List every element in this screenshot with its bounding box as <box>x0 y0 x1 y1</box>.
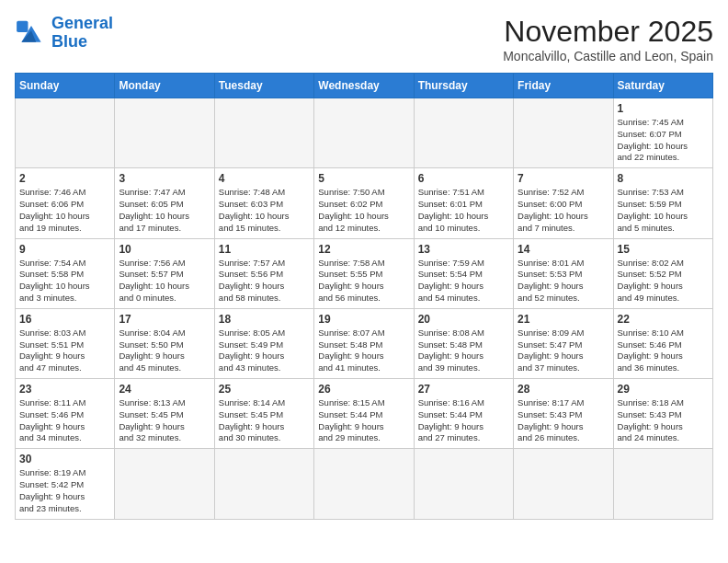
calendar-cell <box>414 449 513 519</box>
day-number: 16 <box>19 313 110 326</box>
calendar-cell: 24Sunrise: 8:13 AM Sunset: 5:45 PM Dayli… <box>115 379 214 449</box>
day-info: Sunrise: 8:17 AM Sunset: 5:43 PM Dayligh… <box>518 397 609 444</box>
calendar-cell: 8Sunrise: 7:53 AM Sunset: 5:59 PM Daylig… <box>613 168 712 238</box>
day-info: Sunrise: 7:56 AM Sunset: 5:57 PM Dayligh… <box>119 258 210 304</box>
calendar-cell: 6Sunrise: 7:51 AM Sunset: 6:01 PM Daylig… <box>414 168 513 238</box>
calendar-cell: 25Sunrise: 8:14 AM Sunset: 5:45 PM Dayli… <box>214 379 313 449</box>
calendar-cell: 28Sunrise: 8:17 AM Sunset: 5:43 PM Dayli… <box>514 379 613 449</box>
day-number: 17 <box>119 313 210 326</box>
calendar-cell: 27Sunrise: 8:16 AM Sunset: 5:44 PM Dayli… <box>414 379 513 449</box>
calendar-cell: 30Sunrise: 8:19 AM Sunset: 5:42 PM Dayli… <box>16 449 115 519</box>
day-number: 15 <box>618 243 709 256</box>
day-of-week-header: Sunday <box>16 74 115 98</box>
calendar-cell: 10Sunrise: 7:56 AM Sunset: 5:57 PM Dayli… <box>115 238 214 308</box>
day-number: 25 <box>219 383 310 396</box>
day-number: 10 <box>119 243 210 256</box>
day-of-week-header: Thursday <box>414 74 513 98</box>
calendar-cell: 23Sunrise: 8:11 AM Sunset: 5:46 PM Dayli… <box>16 379 115 449</box>
day-info: Sunrise: 8:04 AM Sunset: 5:50 PM Dayligh… <box>119 327 210 374</box>
day-of-week-header: Tuesday <box>214 74 313 98</box>
month-title: November 2025 <box>503 15 713 49</box>
day-number: 2 <box>19 172 110 185</box>
day-info: Sunrise: 8:02 AM Sunset: 5:52 PM Dayligh… <box>618 258 709 304</box>
calendar-cell: 15Sunrise: 8:02 AM Sunset: 5:52 PM Dayli… <box>613 238 712 308</box>
calendar-week-row: 9Sunrise: 7:54 AM Sunset: 5:58 PM Daylig… <box>16 238 713 308</box>
calendar-cell <box>214 98 313 168</box>
day-info: Sunrise: 8:15 AM Sunset: 5:44 PM Dayligh… <box>318 397 409 444</box>
calendar-cell: 2Sunrise: 7:46 AM Sunset: 6:06 PM Daylig… <box>16 168 115 238</box>
calendar: SundayMondayTuesdayWednesdayThursdayFrid… <box>15 73 713 520</box>
day-info: Sunrise: 7:57 AM Sunset: 5:56 PM Dayligh… <box>219 258 310 304</box>
day-info: Sunrise: 8:09 AM Sunset: 5:47 PM Dayligh… <box>518 327 609 374</box>
svg-rect-3 <box>17 21 28 32</box>
day-number: 27 <box>418 383 509 396</box>
calendar-header-row: SundayMondayTuesdayWednesdayThursdayFrid… <box>16 74 713 98</box>
day-info: Sunrise: 7:59 AM Sunset: 5:54 PM Dayligh… <box>418 258 509 304</box>
calendar-cell: 11Sunrise: 7:57 AM Sunset: 5:56 PM Dayli… <box>214 238 313 308</box>
logo-general: General <box>51 14 113 32</box>
logo: General Blue <box>15 15 113 52</box>
calendar-cell <box>214 449 313 519</box>
day-number: 7 <box>518 172 609 185</box>
day-info: Sunrise: 7:47 AM Sunset: 6:05 PM Dayligh… <box>119 187 210 234</box>
calendar-cell: 29Sunrise: 8:18 AM Sunset: 5:43 PM Dayli… <box>613 379 712 449</box>
calendar-cell <box>115 98 214 168</box>
day-number: 8 <box>618 172 709 185</box>
calendar-week-row: 30Sunrise: 8:19 AM Sunset: 5:42 PM Dayli… <box>16 449 713 519</box>
day-info: Sunrise: 7:58 AM Sunset: 5:55 PM Dayligh… <box>318 258 409 304</box>
calendar-week-row: 23Sunrise: 8:11 AM Sunset: 5:46 PM Dayli… <box>16 379 713 449</box>
day-info: Sunrise: 8:08 AM Sunset: 5:48 PM Dayligh… <box>418 327 509 374</box>
day-number: 24 <box>119 383 210 396</box>
calendar-week-row: 1Sunrise: 7:45 AM Sunset: 6:07 PM Daylig… <box>16 98 713 168</box>
subtitle: Moncalvillo, Castille and Leon, Spain <box>503 49 713 63</box>
calendar-cell: 5Sunrise: 7:50 AM Sunset: 6:02 PM Daylig… <box>314 168 414 238</box>
day-number: 26 <box>318 383 409 396</box>
calendar-cell: 7Sunrise: 7:52 AM Sunset: 6:00 PM Daylig… <box>514 168 613 238</box>
day-info: Sunrise: 8:11 AM Sunset: 5:46 PM Dayligh… <box>19 397 110 444</box>
day-info: Sunrise: 8:10 AM Sunset: 5:46 PM Dayligh… <box>618 327 709 374</box>
day-info: Sunrise: 7:52 AM Sunset: 6:00 PM Dayligh… <box>518 187 609 234</box>
day-number: 21 <box>518 313 609 326</box>
calendar-cell: 19Sunrise: 8:07 AM Sunset: 5:48 PM Dayli… <box>314 308 414 378</box>
calendar-cell <box>16 98 115 168</box>
calendar-cell: 3Sunrise: 7:47 AM Sunset: 6:05 PM Daylig… <box>115 168 214 238</box>
day-info: Sunrise: 8:05 AM Sunset: 5:49 PM Dayligh… <box>219 327 310 374</box>
day-info: Sunrise: 7:51 AM Sunset: 6:01 PM Dayligh… <box>418 187 509 234</box>
day-number: 22 <box>618 313 709 326</box>
calendar-cell: 1Sunrise: 7:45 AM Sunset: 6:07 PM Daylig… <box>613 98 712 168</box>
day-number: 19 <box>318 313 409 326</box>
day-of-week-header: Wednesday <box>314 74 414 98</box>
calendar-cell: 18Sunrise: 8:05 AM Sunset: 5:49 PM Dayli… <box>214 308 313 378</box>
calendar-cell <box>414 98 513 168</box>
day-number: 29 <box>618 383 709 396</box>
day-number: 20 <box>418 313 509 326</box>
calendar-cell: 17Sunrise: 8:04 AM Sunset: 5:50 PM Dayli… <box>115 308 214 378</box>
calendar-cell: 12Sunrise: 7:58 AM Sunset: 5:55 PM Dayli… <box>314 238 414 308</box>
logo-text: General Blue <box>51 15 113 52</box>
day-of-week-header: Saturday <box>613 74 712 98</box>
day-number: 11 <box>219 243 310 256</box>
calendar-cell <box>115 449 214 519</box>
calendar-cell <box>314 449 414 519</box>
day-info: Sunrise: 8:03 AM Sunset: 5:51 PM Dayligh… <box>19 327 110 374</box>
day-number: 23 <box>19 383 110 396</box>
day-number: 14 <box>518 243 609 256</box>
calendar-cell: 13Sunrise: 7:59 AM Sunset: 5:54 PM Dayli… <box>414 238 513 308</box>
day-info: Sunrise: 7:54 AM Sunset: 5:58 PM Dayligh… <box>19 258 110 304</box>
day-info: Sunrise: 7:48 AM Sunset: 6:03 PM Dayligh… <box>219 187 310 234</box>
day-number: 30 <box>19 453 110 465</box>
day-number: 5 <box>318 172 409 185</box>
day-info: Sunrise: 8:18 AM Sunset: 5:43 PM Dayligh… <box>618 397 709 444</box>
calendar-week-row: 2Sunrise: 7:46 AM Sunset: 6:06 PM Daylig… <box>16 168 713 238</box>
day-number: 6 <box>418 172 509 185</box>
calendar-cell: 22Sunrise: 8:10 AM Sunset: 5:46 PM Dayli… <box>613 308 712 378</box>
day-info: Sunrise: 7:45 AM Sunset: 6:07 PM Dayligh… <box>618 117 709 164</box>
logo-icon <box>15 19 48 47</box>
day-number: 4 <box>219 172 310 185</box>
day-number: 1 <box>618 102 709 115</box>
day-number: 28 <box>518 383 609 396</box>
calendar-cell: 9Sunrise: 7:54 AM Sunset: 5:58 PM Daylig… <box>16 238 115 308</box>
day-number: 18 <box>219 313 310 326</box>
day-info: Sunrise: 8:01 AM Sunset: 5:53 PM Dayligh… <box>518 258 609 304</box>
day-number: 12 <box>318 243 409 256</box>
